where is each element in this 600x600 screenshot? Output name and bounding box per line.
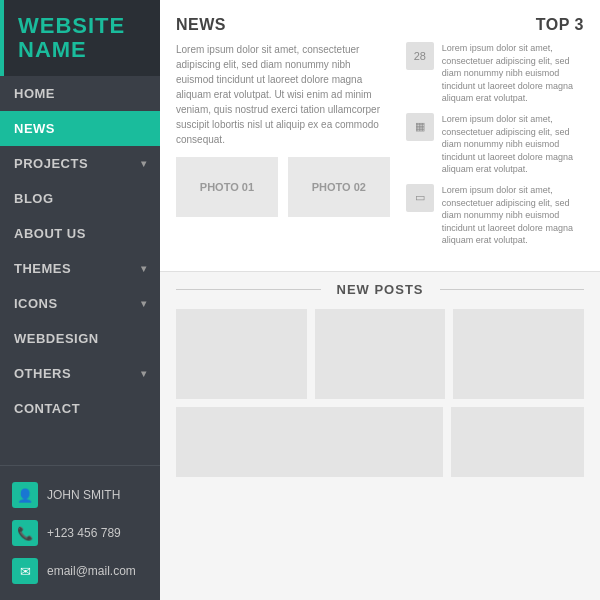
top3-items: 28Lorem ipsum dolor sit amet, consectetu… bbox=[406, 42, 584, 247]
top3-item-text-1: Lorem ipsum dolor sit amet, consectetuer… bbox=[442, 42, 584, 105]
user-email: email@mail.com bbox=[47, 564, 136, 578]
user-email-row: ✉ email@mail.com bbox=[0, 552, 160, 590]
top3-item-icon-3: ▭ bbox=[406, 184, 434, 212]
nav-item-label: ABOUT US bbox=[14, 226, 86, 241]
top3-item-3: ▭Lorem ipsum dolor sit amet, consectetue… bbox=[406, 184, 584, 247]
post-card-3 bbox=[453, 309, 584, 399]
nav-item-webdesign[interactable]: WEBDESIGN bbox=[0, 321, 160, 356]
nav-item-label: HOME bbox=[14, 86, 55, 101]
top3-area: TOP 3 28Lorem ipsum dolor sit amet, cons… bbox=[406, 16, 584, 255]
nav-item-label: BLOG bbox=[14, 191, 54, 206]
post-card-2 bbox=[315, 309, 446, 399]
top3-title: TOP 3 bbox=[406, 16, 584, 34]
news-title: NEWS bbox=[176, 16, 390, 34]
nav-item-others[interactable]: OTHERS▾ bbox=[0, 356, 160, 391]
header-line-left bbox=[176, 289, 321, 290]
nav-item-about-us[interactable]: ABOUT US bbox=[0, 216, 160, 251]
chevron-icon: ▾ bbox=[141, 368, 147, 379]
new-posts-section: NEW POSTS bbox=[160, 272, 600, 600]
user-phone: +123 456 789 bbox=[47, 526, 121, 540]
chevron-icon: ▾ bbox=[141, 263, 147, 274]
email-icon: ✉ bbox=[12, 558, 38, 584]
logo-area: WEBSITE NAME bbox=[0, 0, 160, 76]
posts-grid-bottom bbox=[176, 407, 584, 477]
logo-line1: WEBSITE bbox=[18, 13, 125, 38]
nav-item-news[interactable]: NEWS bbox=[0, 111, 160, 146]
nav-menu: HOMENEWSPROJECTS▾BLOGABOUT USTHEMES▾ICON… bbox=[0, 76, 160, 465]
user-name-row: 👤 JOHN SMITH bbox=[0, 476, 160, 514]
top-section: NEWS Lorem ipsum dolor sit amet, consect… bbox=[160, 0, 600, 272]
nav-item-label: ICONS bbox=[14, 296, 58, 311]
news-body: Lorem ipsum dolor sit amet, consectetuer… bbox=[176, 42, 390, 147]
main-content: NEWS Lorem ipsum dolor sit amet, consect… bbox=[160, 0, 600, 600]
nav-item-label: OTHERS bbox=[14, 366, 71, 381]
top3-item-icon-1: 28 bbox=[406, 42, 434, 70]
logo-line2: NAME bbox=[18, 37, 87, 62]
nav-item-themes[interactable]: THEMES▾ bbox=[0, 251, 160, 286]
nav-item-contact[interactable]: CONTACT bbox=[0, 391, 160, 426]
post-card-1 bbox=[176, 309, 307, 399]
chevron-icon: ▾ bbox=[141, 298, 147, 309]
posts-grid-top bbox=[176, 309, 584, 399]
photo-01: PHOTO 01 bbox=[176, 157, 278, 217]
nav-item-home[interactable]: HOME bbox=[0, 76, 160, 111]
new-posts-label: NEW POSTS bbox=[329, 282, 432, 297]
nav-item-icons[interactable]: ICONS▾ bbox=[0, 286, 160, 321]
new-posts-header: NEW POSTS bbox=[176, 282, 584, 297]
user-section: 👤 JOHN SMITH 📞 +123 456 789 ✉ email@mail… bbox=[0, 465, 160, 600]
header-line-right bbox=[440, 289, 585, 290]
news-area: NEWS Lorem ipsum dolor sit amet, consect… bbox=[176, 16, 390, 255]
chevron-icon: ▾ bbox=[141, 158, 147, 169]
sidebar: WEBSITE NAME HOMENEWSPROJECTS▾BLOGABOUT … bbox=[0, 0, 160, 600]
nav-item-label: CONTACT bbox=[14, 401, 80, 416]
user-phone-row: 📞 +123 456 789 bbox=[0, 514, 160, 552]
nav-item-blog[interactable]: BLOG bbox=[0, 181, 160, 216]
nav-item-label: PROJECTS bbox=[14, 156, 88, 171]
nav-item-projects[interactable]: PROJECTS▾ bbox=[0, 146, 160, 181]
top3-item-text-2: Lorem ipsum dolor sit amet, consectetuer… bbox=[442, 113, 584, 176]
post-card-5 bbox=[451, 407, 584, 477]
logo-text: WEBSITE NAME bbox=[18, 14, 146, 62]
user-name: JOHN SMITH bbox=[47, 488, 120, 502]
phone-icon: 📞 bbox=[12, 520, 38, 546]
nav-item-label: WEBDESIGN bbox=[14, 331, 99, 346]
user-icon: 👤 bbox=[12, 482, 38, 508]
top3-item-text-3: Lorem ipsum dolor sit amet, consectetuer… bbox=[442, 184, 584, 247]
nav-item-label: THEMES bbox=[14, 261, 71, 276]
photo-row: PHOTO 01 PHOTO 02 bbox=[176, 157, 390, 217]
nav-item-label: NEWS bbox=[14, 121, 55, 136]
top3-item-1: 28Lorem ipsum dolor sit amet, consectetu… bbox=[406, 42, 584, 105]
top3-item-2: ▦Lorem ipsum dolor sit amet, consectetue… bbox=[406, 113, 584, 176]
photo-02: PHOTO 02 bbox=[288, 157, 390, 217]
top3-item-icon-2: ▦ bbox=[406, 113, 434, 141]
post-card-4 bbox=[176, 407, 443, 477]
